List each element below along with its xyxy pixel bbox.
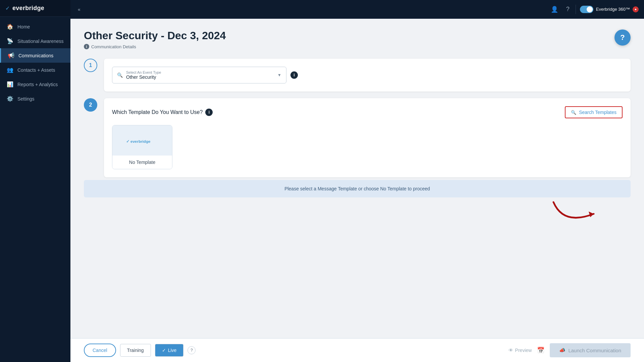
sidebar-nav: 🏠 Home 📡 Situational Awareness 📢 Communi… (0, 17, 70, 362)
sidebar-item-label-home: Home (17, 24, 30, 29)
user-icon[interactable]: 👤 (549, 4, 560, 15)
right-actions: 👁 Preview 📅 📣 Launch Communication (508, 343, 631, 357)
subtitle-text: Communication Details (91, 44, 136, 49)
svg-text:✓ everbridge: ✓ everbridge (126, 139, 151, 143)
topbar-divider (576, 5, 576, 14)
live-label: Live (168, 348, 177, 353)
home-icon: 🏠 (7, 23, 13, 30)
template-card-label: No Template (112, 156, 172, 169)
step-2-card: Which Template Do You Want to Use? i 🔍 S… (104, 98, 631, 177)
notice-bar: Please select a Message Template or choo… (84, 180, 631, 197)
preview-button[interactable]: 👁 Preview (508, 348, 532, 353)
sidebar-logo: ✓ everbridge (0, 0, 70, 17)
event-type-content: Select An Event Type Other Security (126, 70, 274, 80)
step-1-card: 🔍 Select An Event Type Other Security ▼ … (104, 59, 631, 92)
template-info-icon[interactable]: i (205, 109, 213, 116)
sidebar-item-home[interactable]: 🏠 Home (0, 19, 70, 34)
search-templates-label: Search Templates (579, 110, 616, 115)
everbridge-toggle: Everbridge 360™ ● (580, 6, 639, 13)
live-checkmark-icon: ✓ (162, 348, 166, 353)
sidebar-item-label-settings: Settings (17, 96, 35, 102)
page-subtitle: i Communication Details (84, 44, 631, 49)
sidebar-item-label-communications: Communications (18, 53, 53, 58)
template-title-text: Which Template Do You Want to Use? (112, 109, 203, 115)
training-button[interactable]: Training (120, 344, 151, 357)
sidebar-item-reports-analytics[interactable]: 📊 Reports + Analytics (0, 77, 70, 92)
event-type-info-icon[interactable]: i (290, 71, 298, 79)
contacts-assets-icon: 👥 (7, 67, 13, 73)
sidebar-item-settings[interactable]: ⚙️ Settings (0, 92, 70, 106)
live-button[interactable]: ✓ Live (155, 344, 184, 357)
step-2-row: 2 Which Template Do You Want to Use? i 🔍… (84, 98, 631, 177)
template-card-image: ✓ everbridge (112, 125, 172, 156)
step-2-circle: 2 (84, 98, 97, 112)
logo-check-icon: ✓ (5, 5, 10, 11)
subtitle-info-icon: i (84, 44, 89, 49)
launch-megaphone-icon: 📣 (559, 347, 566, 353)
content-area: Other Security - Dec 3, 2024 i Communica… (70, 19, 644, 338)
arrow-annotation (543, 195, 610, 239)
event-type-select[interactable]: 🔍 Select An Event Type Other Security ▼ (112, 67, 286, 83)
template-title: Which Template Do You Want to Use? i (112, 109, 213, 116)
event-type-value: Other Security (126, 74, 274, 80)
toggle-label: Everbridge 360™ (596, 7, 630, 12)
step-1-row: 1 🔍 Select An Event Type Other Security … (84, 59, 631, 92)
sidebar-item-label-contacts-assets: Contacts + Assets (17, 67, 55, 73)
launch-label: Launch Communication (568, 348, 621, 353)
cancel-button[interactable]: Cancel (84, 344, 116, 357)
toggle-pill[interactable] (580, 6, 593, 13)
sidebar: ✓ everbridge 🏠 Home 📡 Situational Awaren… (0, 0, 70, 362)
help-icon[interactable]: ? (564, 4, 572, 15)
preview-eye-icon: 👁 (508, 348, 513, 353)
reports-analytics-icon: 📊 (7, 81, 13, 87)
page-title: Other Security - Dec 3, 2024 (84, 29, 631, 42)
svg-marker-0 (589, 212, 594, 217)
steps-wrapper: 1 🔍 Select An Event Type Other Security … (84, 59, 631, 177)
chevron-down-icon: ▼ (277, 73, 281, 77)
search-templates-button[interactable]: 🔍 Search Templates (565, 106, 623, 118)
situational-awareness-icon: 📡 (7, 38, 13, 44)
template-header: Which Template Do You Want to Use? i 🔍 S… (112, 106, 623, 118)
topbar: « 👤 ? Everbridge 360™ ● (70, 0, 644, 19)
sidebar-item-label-situational-awareness: Situational Awareness (17, 39, 64, 44)
sidebar-item-label-reports-analytics: Reports + Analytics (17, 82, 58, 87)
help-button[interactable]: ? (614, 29, 631, 46)
notification-dot: ● (633, 6, 639, 12)
communications-icon: 📢 (8, 52, 14, 59)
logo-text: everbridge (12, 5, 44, 12)
sidebar-item-communications[interactable]: 📢 Communications (0, 48, 70, 63)
notice-text: Please select a Message Template or choo… (284, 186, 430, 191)
search-templates-icon: 🔍 (571, 110, 576, 115)
sidebar-item-contacts-assets[interactable]: 👥 Contacts + Assets (0, 63, 70, 77)
settings-icon: ⚙️ (7, 96, 13, 102)
step-1-circle: 1 (84, 59, 97, 72)
sidebar-item-situational-awareness[interactable]: 📡 Situational Awareness (0, 34, 70, 48)
search-icon: 🔍 (117, 72, 123, 78)
event-type-row: 🔍 Select An Event Type Other Security ▼ … (112, 67, 623, 83)
bottom-bar: Cancel Training ✓ Live ? 👁 Preview 📅 📣 L… (70, 338, 644, 362)
preview-label: Preview (515, 348, 532, 353)
no-template-card[interactable]: ✓ everbridge No Template (112, 125, 172, 169)
mode-help-icon[interactable]: ? (187, 346, 196, 354)
event-type-label: Select An Event Type (126, 70, 274, 74)
calendar-icon[interactable]: 📅 (537, 347, 544, 354)
collapse-icon[interactable]: « (76, 5, 83, 14)
launch-communication-button[interactable]: 📣 Launch Communication (550, 343, 631, 357)
main-wrapper: « 👤 ? Everbridge 360™ ● Other Security -… (70, 0, 644, 362)
